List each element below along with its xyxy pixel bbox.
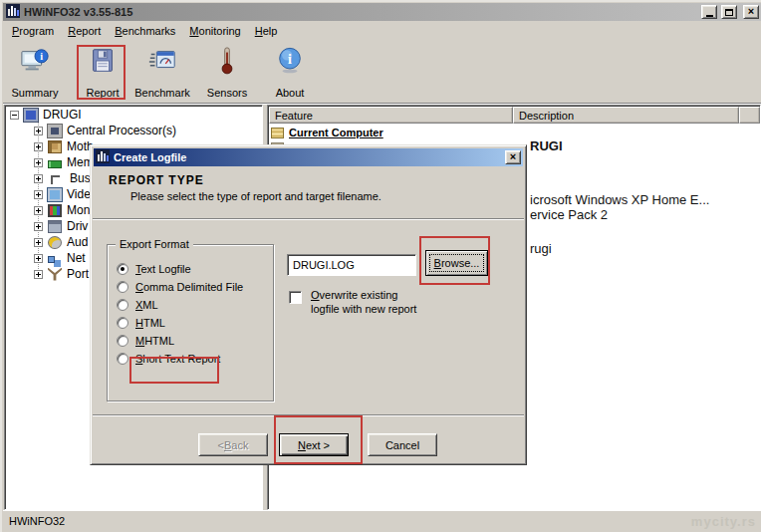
expand-icon[interactable] xyxy=(34,174,43,183)
overwrite-checkbox[interactable] xyxy=(289,291,302,304)
maximize-button[interactable] xyxy=(721,5,737,19)
tree-item-network[interactable]: Net xyxy=(6,250,86,266)
expand-icon[interactable] xyxy=(34,127,43,135)
button-separator xyxy=(93,414,524,416)
expand-icon[interactable] xyxy=(34,270,43,279)
feature-row-current-computer[interactable]: Current Computer xyxy=(271,125,383,140)
overwrite-label-line2[interactable]: logfile with new report xyxy=(311,303,416,315)
app-icon xyxy=(6,4,20,20)
expand-icon[interactable] xyxy=(34,142,43,151)
radio-label: Text Logfile xyxy=(135,263,191,275)
dialog-subheading: Please select the type of report and tar… xyxy=(130,190,381,202)
report-label: Report xyxy=(86,87,119,99)
svg-text:i: i xyxy=(40,51,43,62)
summary-label: Summary xyxy=(11,87,58,99)
expand-icon[interactable] xyxy=(34,158,43,167)
watermark: mycity.rs xyxy=(691,514,756,529)
column-header-feature[interactable]: Feature xyxy=(269,107,513,124)
tree-item-label: Port xyxy=(67,267,89,281)
sensors-label: Sensors xyxy=(207,87,247,99)
radio-icon[interactable] xyxy=(117,353,128,365)
radio-icon[interactable] xyxy=(117,263,128,275)
menu-monitoring[interactable]: Monitoring xyxy=(183,23,248,40)
tree-item-bus[interactable]: Bus xyxy=(6,170,91,186)
column-header-description[interactable]: Description xyxy=(513,107,739,124)
radio-short-text-report[interactable]: Short Text Report xyxy=(117,352,220,366)
drive-icon xyxy=(48,220,62,233)
radio-xml[interactable]: XML xyxy=(117,298,158,312)
tree-item-label: Driv xyxy=(67,219,88,233)
radio-label: Comma Delimited File xyxy=(135,281,243,293)
minimize-icon xyxy=(706,15,713,17)
tree-item-video[interactable]: Vide xyxy=(6,186,91,202)
tree-item-cpu[interactable]: Central Processor(s) xyxy=(6,123,176,138)
description-service-pack: ervice Pack 2 xyxy=(530,207,608,222)
tree-item-root[interactable]: DRUGI xyxy=(6,107,82,123)
export-format-label: Export Format xyxy=(116,238,193,250)
network-icon xyxy=(48,256,55,263)
minimize-button[interactable] xyxy=(701,5,717,19)
about-toolbar-button[interactable]: i About xyxy=(263,43,317,101)
about-icon: i xyxy=(275,46,305,76)
tree-item-ports[interactable]: Port xyxy=(6,266,89,282)
expand-icon[interactable] xyxy=(34,254,43,263)
tree-item-audio[interactable]: Aud xyxy=(6,234,88,250)
expand-icon[interactable] xyxy=(34,190,43,199)
status-text: HWiNFO32 xyxy=(9,515,65,527)
next-button[interactable]: Next > xyxy=(279,433,349,456)
tree-item-memory[interactable]: Mem xyxy=(6,154,94,170)
menu-help[interactable]: Help xyxy=(249,23,286,40)
sensors-toolbar-button[interactable]: Sensors xyxy=(201,43,253,101)
tree-item-monitor[interactable]: Mon xyxy=(6,202,90,218)
radio-comma-delimited[interactable]: Comma Delimited File xyxy=(117,280,243,294)
close-button[interactable]: × xyxy=(743,5,759,19)
radio-label: XML xyxy=(135,299,158,311)
summary-toolbar-button[interactable]: i Summary xyxy=(6,43,64,101)
tree-item-label: Aud xyxy=(67,235,88,249)
expand-icon[interactable] xyxy=(34,206,43,215)
radio-icon[interactable] xyxy=(117,317,128,329)
back-button[interactable]: < Back xyxy=(198,433,268,456)
radio-icon[interactable] xyxy=(117,281,128,293)
dialog-titlebar: Create Logfile × xyxy=(94,148,523,166)
status-bar: HWiNFO32 mycity.rs xyxy=(3,511,761,531)
tree-item-label: Bus xyxy=(70,171,91,185)
collapse-icon[interactable] xyxy=(10,111,19,120)
report-toolbar-button[interactable]: Report xyxy=(80,43,126,101)
dialog-close-button[interactable]: × xyxy=(505,150,521,164)
bus-icon xyxy=(51,175,60,184)
radio-text-logfile[interactable]: Text Logfile xyxy=(117,262,191,276)
radio-icon[interactable] xyxy=(117,299,128,311)
main-window: HWiNFO32 v3.55-815 × Program Report Benc… xyxy=(0,0,761,532)
audio-icon xyxy=(48,236,62,249)
cancel-button[interactable]: Cancel xyxy=(368,433,437,456)
export-format-group: Export Format Text Logfile Comma Delimit… xyxy=(107,244,274,401)
browse-button[interactable]: Browse... xyxy=(425,250,488,276)
motherboard-icon xyxy=(48,140,62,153)
column-header-blank xyxy=(739,107,760,124)
tree-item-drives[interactable]: Driv xyxy=(6,218,88,234)
tree-item-label: Central Processor(s) xyxy=(67,124,176,137)
window-title: HWiNFO32 v3.55-815 xyxy=(24,6,697,18)
menu-report[interactable]: Report xyxy=(62,23,109,40)
menu-benchmarks[interactable]: Benchmarks xyxy=(109,23,183,40)
tree-item-motherboard[interactable]: Moth xyxy=(6,138,94,154)
port-icon xyxy=(48,268,62,281)
radio-icon[interactable] xyxy=(117,335,128,347)
cpu-icon xyxy=(48,125,62,137)
overwrite-label-line1[interactable]: Overwrite existing xyxy=(311,289,397,301)
menu-program[interactable]: Program xyxy=(6,23,62,40)
filename-input[interactable] xyxy=(287,254,416,276)
expand-icon[interactable] xyxy=(34,222,43,231)
close-icon: × xyxy=(748,6,754,17)
dialog-title: Create Logfile xyxy=(114,151,501,163)
benchmark-icon xyxy=(147,46,177,76)
radio-mhtml[interactable]: MHTML xyxy=(117,334,174,348)
tree-item-label: Mon xyxy=(67,203,90,217)
video-adapter-icon xyxy=(48,188,62,201)
window-titlebar: HWiNFO32 v3.55-815 × xyxy=(3,3,761,21)
stacked-sheets-icon xyxy=(271,128,284,138)
expand-icon[interactable] xyxy=(34,238,43,247)
radio-html[interactable]: HTML xyxy=(117,316,165,330)
benchmark-toolbar-button[interactable]: Benchmark xyxy=(129,43,195,101)
